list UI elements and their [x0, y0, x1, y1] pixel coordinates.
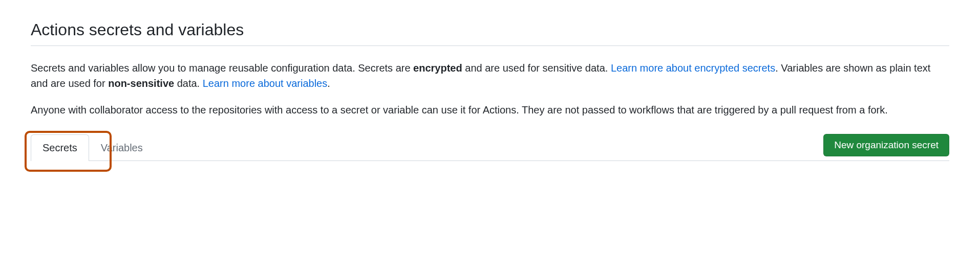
description-paragraph-2: Anyone with collaborator access to the r… — [31, 102, 949, 118]
learn-more-secrets-link[interactable]: Learn more about encrypted secrets — [611, 62, 775, 74]
new-organization-secret-button[interactable]: New organization secret — [823, 134, 949, 156]
tab-secrets[interactable]: Secrets — [31, 134, 89, 161]
desc-text: and are used for sensitive data. — [462, 62, 611, 74]
tabs-row: Secrets Variables New organization secre… — [31, 134, 949, 161]
desc-text: Secrets and variables allow you to manag… — [31, 62, 413, 74]
page-title: Actions secrets and variables — [31, 20, 949, 46]
desc-text: . — [327, 78, 330, 89]
desc-bold-nonsensitive: non-sensitive — [108, 78, 174, 89]
tabs-container: Secrets Variables — [31, 134, 155, 160]
desc-text: data. — [174, 78, 203, 89]
learn-more-variables-link[interactable]: Learn more about variables — [203, 78, 327, 89]
desc-bold-encrypted: encrypted — [413, 62, 462, 74]
tab-variables[interactable]: Variables — [89, 134, 155, 161]
description-paragraph-1: Secrets and variables allow you to manag… — [31, 60, 949, 91]
